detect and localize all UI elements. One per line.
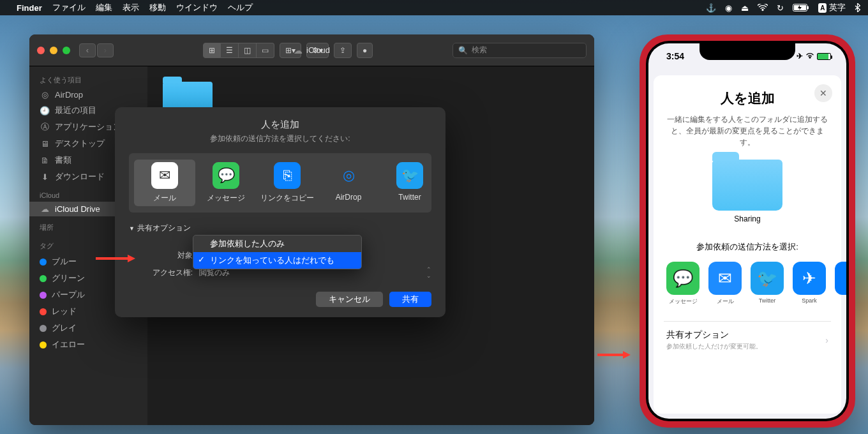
chevron-right-icon: › xyxy=(825,335,828,345)
timemachine-icon[interactable]: ↻ xyxy=(777,3,784,13)
status-time: 3:54 xyxy=(666,51,684,61)
sidebar-tag-yellow[interactable]: イエロー xyxy=(29,336,147,353)
twitter-icon: 🐦 xyxy=(751,262,784,295)
ios-app-net[interactable]: NNet xyxy=(835,262,846,306)
documents-icon: 🗎 xyxy=(40,156,50,165)
menu-help[interactable]: ヘルプ xyxy=(228,2,253,13)
annotation-arrow-icon xyxy=(96,248,135,257)
icon-view-icon[interactable]: ⊞ xyxy=(203,43,221,58)
annotation-arrow-icon xyxy=(597,344,631,353)
folder-label: Sharing xyxy=(664,214,831,223)
wifi-icon[interactable] xyxy=(758,4,768,11)
share-button[interactable]: 共有 xyxy=(389,292,431,307)
desktop-icon: 🖥 xyxy=(40,139,50,149)
cloud-icon: ☁ xyxy=(294,45,303,56)
add-people-dialog: 人を追加 参加依頼の送信方法を選択してください: ✉ メール 💬 メッセージ ⎘… xyxy=(115,107,445,317)
window-title: iCloud xyxy=(306,45,330,55)
accessibility-icon[interactable]: ◉ xyxy=(725,3,732,13)
applications-icon: Ⓐ xyxy=(40,121,50,133)
forward-button[interactable]: › xyxy=(97,43,114,57)
mail-icon: ✉ xyxy=(708,262,742,295)
app-name[interactable]: Finder xyxy=(17,3,42,13)
airplane-icon: ✈ xyxy=(797,52,803,61)
disclosure-triangle-icon: ▼ xyxy=(129,225,135,232)
menu-view[interactable]: 表示 xyxy=(123,2,139,13)
copy-link-icon: ⎘ xyxy=(274,162,301,189)
folder-icon xyxy=(712,160,782,211)
ios-share-apps: 💬メッセージ ✉メール 🐦Twitter ✈Spark NNet xyxy=(664,262,831,306)
finder-titlebar: ‹ › ⊞ ☰ ◫ ▭ ⊞▾ ⚙▾ ⇪ ● ☁ iCloud 🔍 検索 xyxy=(29,34,594,66)
list-view-icon[interactable]: ☰ xyxy=(221,43,239,58)
option-title: 共有オプション xyxy=(666,329,762,341)
cloud-icon: ☁ xyxy=(40,204,50,214)
messages-icon: 💬 xyxy=(666,262,700,295)
minimize-button[interactable] xyxy=(50,47,57,54)
share-method-copylink[interactable]: ⎘ リンクをコピー xyxy=(257,160,318,206)
wifi-icon xyxy=(805,52,814,61)
menu-file[interactable]: ファイル xyxy=(52,2,86,13)
gallery-view-icon[interactable]: ▭ xyxy=(257,43,274,58)
close-button[interactable]: ✕ xyxy=(814,84,832,102)
iphone-notch xyxy=(700,43,795,60)
spark-icon: ✈ xyxy=(793,262,826,295)
share-method-airdrop[interactable]: ◎ AirDrop xyxy=(318,160,379,206)
share-method-mail[interactable]: ✉ メール xyxy=(134,160,195,206)
sidebar-tag-gray[interactable]: グレイ xyxy=(29,320,147,336)
eject-icon[interactable]: ⏏ xyxy=(741,3,749,13)
method-label: 参加依頼の送信方法を選択: xyxy=(664,241,831,253)
battery-icon[interactable] xyxy=(793,4,809,11)
menu-edit[interactable]: 編集 xyxy=(96,2,112,13)
ios-app-twitter[interactable]: 🐦Twitter xyxy=(751,262,784,306)
share-button[interactable]: ⇪ xyxy=(334,43,352,58)
docker-icon[interactable]: ⚓ xyxy=(706,3,716,13)
dialog-title: 人を追加 xyxy=(129,119,431,131)
menu-window[interactable]: ウインドウ xyxy=(176,2,218,13)
ios-app-messages[interactable]: 💬メッセージ xyxy=(666,262,700,306)
view-mode-toggle[interactable]: ⊞ ☰ ◫ ▭ xyxy=(203,43,274,58)
messages-icon: 💬 xyxy=(213,162,239,189)
access-label: アクセス権: xyxy=(129,267,199,278)
menu-go[interactable]: 移動 xyxy=(149,2,166,13)
back-button[interactable]: ‹ xyxy=(79,43,96,57)
target-label: 対象 xyxy=(129,250,199,261)
option-subtitle: 参加依頼した人だけが変更可能。 xyxy=(666,342,762,351)
bluetooth-icon[interactable] xyxy=(855,3,860,12)
ios-share-options-row[interactable]: 共有オプション 参加依頼した人だけが変更可能。 › xyxy=(664,321,831,359)
macos-menubar: Finder ファイル 編集 表示 移動 ウインドウ ヘルプ ⚓ ◉ ⏏ ↻ A… xyxy=(0,0,868,15)
ios-app-spark[interactable]: ✈Spark xyxy=(793,262,826,306)
mail-icon: ✉ xyxy=(151,162,178,189)
search-icon: 🔍 xyxy=(458,46,468,55)
close-button[interactable] xyxy=(37,47,45,54)
column-view-icon[interactable]: ◫ xyxy=(239,43,257,58)
airdrop-icon: ◎ xyxy=(40,90,50,100)
battery-icon xyxy=(817,53,831,60)
ios-app-mail[interactable]: ✉メール xyxy=(708,262,742,306)
downloads-icon: ⬇ xyxy=(40,172,50,182)
svg-rect-2 xyxy=(807,6,809,10)
sidebar-head-favorites: よく使う項目 xyxy=(29,73,147,87)
recents-icon: 🕘 xyxy=(40,106,50,116)
share-method-messages[interactable]: 💬 メッセージ xyxy=(195,160,257,206)
sheet-title: 人を追加 xyxy=(664,89,831,107)
target-dropdown[interactable]: 参加依頼した人のみ リンクを知っている人はだれでも xyxy=(193,235,362,269)
share-method-row: ✉ メール 💬 メッセージ ⎘ リンクをコピー ◎ AirDrop 🐦 Twit… xyxy=(129,153,431,213)
twitter-icon: 🐦 xyxy=(396,162,423,189)
dropdown-option-invited-only[interactable]: 参加依頼した人のみ xyxy=(193,236,361,252)
share-options-disclosure[interactable]: ▼共有オプション xyxy=(129,223,431,234)
net-icon: N xyxy=(835,262,846,295)
tags-button[interactable]: ● xyxy=(357,43,373,58)
cancel-button[interactable]: キャンセル xyxy=(316,292,383,307)
iphone-mockup: 3:54 ✈ ✕ 人を追加 一緒に編集をする人をこのフォルダに追加すると、全員が… xyxy=(640,34,855,428)
dialog-subtitle: 参加依頼の送信方法を選択してください: xyxy=(129,133,431,144)
stepper-icon[interactable]: ⌃⌄ xyxy=(426,266,431,279)
search-input[interactable]: 🔍 検索 xyxy=(453,43,587,58)
sheet-subtitle: 一緒に編集をする人をこのフォルダに追加すると、全員が最新の変更点を見ることができ… xyxy=(664,114,831,148)
share-method-twitter[interactable]: 🐦 Twitter xyxy=(379,160,440,206)
sidebar-item-airdrop[interactable]: ◎AirDrop xyxy=(29,87,147,102)
ios-share-sheet: ✕ 人を追加 一緒に編集をする人をこのフォルダに追加すると、全員が最新の変更点を… xyxy=(654,75,841,414)
zoom-button[interactable] xyxy=(63,47,70,54)
airdrop-icon: ◎ xyxy=(335,162,362,189)
dropdown-option-anyone-with-link[interactable]: リンクを知っている人はだれでも xyxy=(193,252,361,269)
ime-indicator[interactable]: A 英字 xyxy=(818,2,846,13)
